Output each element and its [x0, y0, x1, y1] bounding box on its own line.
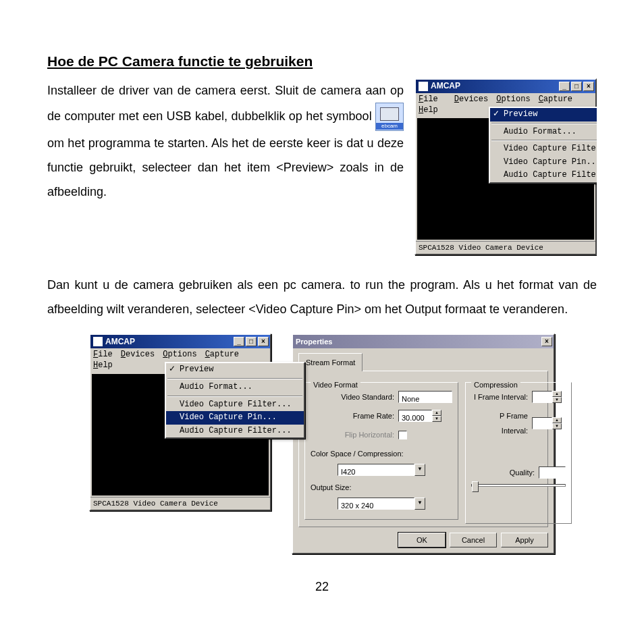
- close-button[interactable]: ×: [258, 337, 269, 346]
- menu-item-audio-filter[interactable]: Audio Capture Filter...: [166, 425, 304, 438]
- options-dropdown: Preview Audio Format... Video Capture Fi…: [165, 362, 305, 439]
- titlebar: Properties ×: [293, 335, 554, 348]
- apply-button[interactable]: Apply: [501, 533, 548, 547]
- ok-button[interactable]: OK: [398, 533, 446, 547]
- quality-slider[interactable]: [471, 484, 566, 487]
- amcap-window-2: AMCAP _ □ × File Devices Options Capture…: [89, 333, 271, 510]
- menu-item-video-filter[interactable]: Video Capture Filter...: [490, 142, 597, 156]
- menu-item-video-filter[interactable]: Video Capture Filter...: [166, 398, 304, 412]
- app-icon: [419, 82, 428, 91]
- video-standard-value: None: [398, 391, 452, 403]
- group-compression: Compression I Frame Interval: ▲▼ P Frame…: [465, 382, 572, 524]
- menu-file[interactable]: File: [93, 350, 113, 360]
- maximize-button[interactable]: □: [571, 82, 582, 91]
- menu-item-video-pin[interactable]: Video Capture Pin...: [166, 411, 304, 425]
- cancel-button[interactable]: Cancel: [450, 533, 497, 547]
- minimize-button[interactable]: _: [234, 337, 244, 346]
- menu-file[interactable]: File: [419, 95, 446, 105]
- amcap-window-1: AMCAP _ □ × File Devices Options Capture…: [414, 78, 597, 255]
- colorspace-combo[interactable]: I420: [338, 464, 414, 476]
- label-frame-rate: Frame Rate:: [311, 408, 398, 423]
- webcam-desktop-icon: ebcam: [375, 103, 404, 131]
- group-video-format: Video Format Video Standard: None Frame …: [304, 382, 458, 520]
- properties-dialog: Properties × Stream Format Video Format …: [292, 333, 555, 554]
- iframe-input[interactable]: [532, 391, 552, 403]
- label-output-size: Output Size:: [311, 480, 352, 495]
- page-number: 22: [47, 574, 597, 599]
- menu-options[interactable]: Options: [163, 350, 196, 360]
- page-heading: Hoe de PC Camera functie te gebruiken: [47, 47, 597, 76]
- quality-input[interactable]: [539, 466, 566, 479]
- tab-stream-format[interactable]: Stream Format: [298, 353, 363, 371]
- group-legend: Compression: [471, 377, 520, 392]
- statusbar: SPCA1528 Video Camera Device: [416, 241, 595, 254]
- menu-item-audio-format[interactable]: Audio Format...: [490, 126, 597, 139]
- label-colorspace: Color Space / Compression:: [311, 446, 404, 461]
- menu-item-preview[interactable]: Preview: [490, 108, 597, 122]
- group-legend: Video Format: [311, 377, 360, 392]
- paragraph-2: Dan kunt u de camera gebruiken als een p…: [47, 273, 597, 321]
- flip-horizontal-checkbox[interactable]: [398, 431, 407, 439]
- menu-item-audio-format[interactable]: Audio Format...: [166, 381, 304, 394]
- window-title: AMCAP: [105, 337, 135, 348]
- window-title: AMCAP: [431, 81, 460, 92]
- menu-item-preview[interactable]: Preview: [166, 363, 304, 377]
- close-button[interactable]: ×: [583, 82, 594, 91]
- statusbar: SPCA1528 Video Camera Device: [90, 497, 270, 510]
- menu-devices[interactable]: Devices: [454, 95, 488, 105]
- menu-options[interactable]: Options: [496, 95, 530, 105]
- titlebar: AMCAP _ □ ×: [416, 80, 595, 93]
- titlebar: AMCAP _ □ ×: [90, 335, 270, 348]
- dropdown-icon[interactable]: ▼: [414, 464, 425, 476]
- close-button[interactable]: ×: [541, 337, 552, 346]
- dropdown-icon[interactable]: ▼: [414, 498, 425, 510]
- minimize-button[interactable]: _: [559, 82, 570, 91]
- menu-item-audio-filter[interactable]: Audio Capture Filter...: [490, 169, 597, 182]
- label-pframe: P Frame Interval:: [471, 408, 532, 438]
- iframe-spinner[interactable]: ▲▼: [552, 391, 562, 403]
- maximize-button[interactable]: □: [246, 337, 257, 346]
- menu-capture[interactable]: Capture: [205, 350, 239, 360]
- label-flip-horizontal: Flip Horizontal:: [311, 427, 398, 442]
- pframe-input[interactable]: [532, 417, 552, 429]
- app-icon: [93, 337, 103, 346]
- options-dropdown: Preview Audio Format... Video Capture Fi…: [489, 107, 597, 184]
- frame-rate-input[interactable]: 30.000: [398, 410, 432, 422]
- menu-devices[interactable]: Devices: [121, 350, 155, 360]
- output-size-combo[interactable]: 320 x 240: [338, 498, 414, 510]
- frame-rate-spinner[interactable]: ▲▼: [432, 410, 441, 422]
- menu-capture[interactable]: Capture: [539, 95, 572, 105]
- menu-item-video-pin[interactable]: Video Capture Pin...: [490, 156, 597, 169]
- dialog-title: Properties: [296, 334, 332, 349]
- label-quality: Quality:: [510, 465, 535, 480]
- pframe-spinner[interactable]: ▲▼: [552, 417, 562, 429]
